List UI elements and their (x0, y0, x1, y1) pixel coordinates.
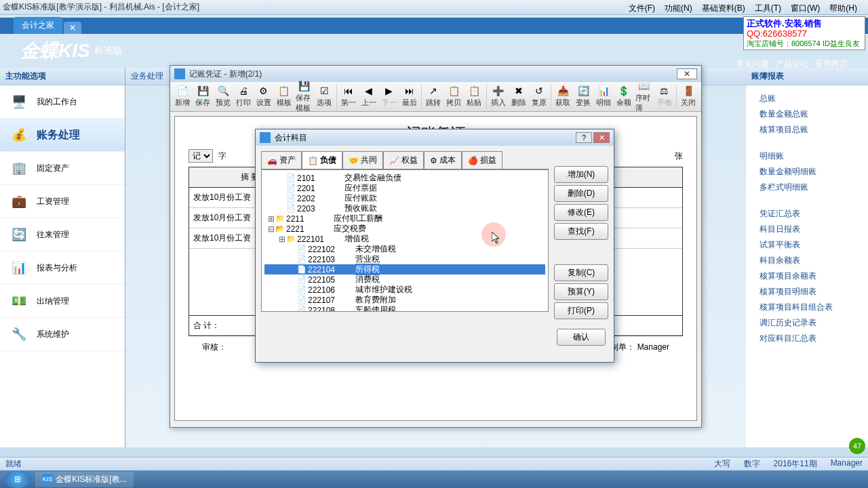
dlg-button[interactable]: 查找(F) (554, 223, 608, 240)
report-link[interactable]: 科目余额表 (760, 253, 854, 268)
toolbar-插入[interactable]: ➕插入 (489, 84, 509, 109)
tree-node[interactable]: ⊞📁222101增值税 (264, 234, 545, 244)
tree-node[interactable]: 📄2101交易性金融负债 (264, 173, 545, 183)
report-link[interactable]: 数量金额总账 (760, 106, 854, 122)
tree-node[interactable]: 📄2202应付账款 (264, 193, 545, 203)
menu-item[interactable]: 工具(T) (751, 1, 785, 16)
report-link[interactable]: 明细账 (760, 148, 854, 164)
tab-add[interactable]: ✕ (64, 22, 81, 34)
toolbar-关闭[interactable]: 🚪关闭 (679, 84, 698, 109)
toolbar-第一[interactable]: ⏮第一 (339, 84, 359, 109)
menu-item[interactable]: 功能(N) (660, 1, 696, 16)
nav-item[interactable]: 💼工资管理 (0, 185, 125, 218)
tree-node[interactable]: 📄222105消费税 (264, 274, 545, 285)
toolbar-预览[interactable]: 🔍预览 (214, 84, 233, 109)
dlg-button[interactable]: 删除(D) (554, 185, 608, 202)
toolbar-明细[interactable]: 📊明细 (594, 84, 614, 109)
toolbar-打印[interactable]: 🖨打印 (234, 84, 254, 109)
report-link[interactable]: 试算平衡表 (760, 237, 854, 253)
nav-item[interactable]: 🖥️我的工作台 (0, 85, 125, 119)
brand-link[interactable]: 产品论坛 (776, 59, 808, 68)
category-tab[interactable]: 🤝共同 (342, 151, 383, 169)
tree-node[interactable]: ⊟📂2221应交税费 (264, 224, 545, 234)
dialog-titlebar[interactable]: 会计科目 ? ✕ (256, 129, 614, 146)
report-link[interactable]: 对应科目汇总表 (760, 331, 854, 346)
category-tab[interactable]: 🍎损益 (462, 151, 502, 169)
tree-node[interactable]: 📄222103营业税 (264, 254, 545, 264)
expand-icon[interactable]: ⊞ (278, 235, 286, 244)
toolbar-序时薄[interactable]: 📖序时薄 (634, 79, 654, 115)
voucher-titlebar[interactable]: 记账凭证 - 新增(2/1) ✕ (170, 66, 701, 82)
category-tab[interactable]: 📈权益 (383, 151, 424, 169)
report-link[interactable]: 核算项目明细表 (760, 284, 854, 300)
tab-home[interactable]: 会计之家 (14, 17, 62, 34)
toolbar-下一[interactable]: ▶下一 (379, 84, 399, 109)
category-tab[interactable]: 🚗资产 (261, 151, 302, 169)
dlg-button[interactable]: 修改(E) (554, 204, 608, 221)
taskbar[interactable]: ⊞ KIS 金蝶KIS标准版[教... (0, 470, 868, 488)
toolbar-变换[interactable]: 🔄变换 (574, 84, 593, 109)
tree-node[interactable]: 📄222107教育费附加 (264, 295, 545, 305)
menu-item[interactable]: 基础资料(B) (698, 1, 749, 16)
toolbar-新增[interactable]: 📄新增 (173, 84, 193, 109)
brand-link[interactable]: 应用商店 (815, 59, 848, 68)
nav-item[interactable]: 🔧系统维护 (0, 318, 125, 351)
toolbar-上一[interactable]: ◀上一 (359, 84, 379, 109)
tree-node[interactable]: 📄222108车船使用税 (264, 305, 545, 312)
tree-node[interactable]: 📄2201应付票据 (264, 183, 545, 193)
toolbar-拷贝[interactable]: 📋拷贝 (444, 84, 464, 109)
start-button[interactable]: ⊞ (4, 470, 31, 488)
nav-item[interactable]: 📊报表与分析 (0, 251, 125, 285)
dlg-button[interactable]: 增加(N) (554, 166, 608, 183)
badge[interactable]: 47 (849, 438, 865, 454)
toolbar-保存模板[interactable]: 💾保存模板 (294, 79, 314, 115)
toolbar-最后[interactable]: ⏭最后 (399, 84, 419, 109)
expand-icon[interactable]: ⊟ (267, 224, 275, 234)
report-link[interactable]: 多栏式明细账 (760, 180, 854, 195)
tree-node[interactable]: 📄2203预收账款 (264, 203, 545, 214)
category-tab[interactable]: 📋负债 (302, 151, 342, 169)
dialog-close-button[interactable]: ✕ (593, 132, 610, 143)
taskbar-app[interactable]: KIS 金蝶KIS标准版[教... (35, 472, 134, 487)
nav-item[interactable]: 💵出纳管理 (0, 285, 125, 318)
tree-node[interactable]: 📄222102未交增值税 (264, 244, 545, 254)
nav-item[interactable]: 💰账务处理 (0, 119, 125, 152)
report-link[interactable]: 调汇历史记录表 (760, 315, 854, 331)
account-tree[interactable]: 📄2101交易性金融负债📄2201应付票据📄2202应付账款📄2203预收账款⊞… (261, 169, 549, 312)
expand-icon[interactable]: ⊞ (267, 214, 275, 224)
report-link[interactable]: 核算项目总账 (760, 122, 854, 138)
report-link[interactable]: 凭证汇总表 (760, 206, 854, 222)
toolbar-模板[interactable]: 📋模板 (274, 84, 294, 109)
toolbar-余额[interactable]: 💲余额 (614, 84, 634, 109)
voucher-close-button[interactable]: ✕ (677, 68, 697, 79)
dlg-button[interactable]: 复制(C) (554, 264, 608, 281)
toolbar-复原[interactable]: ↺复原 (529, 84, 549, 109)
menu-item[interactable]: 帮助(H) (825, 1, 861, 16)
dlg-button[interactable]: 打印(P) (554, 302, 608, 319)
report-link[interactable]: 总账 (760, 91, 854, 106)
report-link[interactable]: 科目日报表 (760, 222, 854, 237)
report-link[interactable]: 核算项目余额表 (760, 268, 854, 284)
nav-item[interactable]: 🏢固定资产 (0, 152, 125, 185)
toolbar-平衡[interactable]: ⚖平衡 (654, 84, 674, 109)
report-link[interactable]: 数量金额明细账 (760, 164, 854, 180)
toolbar-粘贴[interactable]: 📋粘贴 (465, 84, 484, 109)
tree-node[interactable]: 📄222104所得税 (264, 264, 545, 274)
toolbar-跳转[interactable]: ↗跳转 (424, 84, 443, 109)
tree-node[interactable]: 📄222106城市维护建设税 (264, 285, 545, 295)
voucher-type-select[interactable]: 记 (189, 149, 213, 163)
menu-item[interactable]: 文件(F) (625, 1, 659, 16)
category-tab[interactable]: ⚙成本 (424, 151, 462, 169)
ok-button[interactable]: 确认 (557, 329, 606, 346)
toolbar-选项[interactable]: ☑选项 (315, 84, 334, 109)
nav-item[interactable]: 🔄往来管理 (0, 218, 125, 251)
dlg-button[interactable]: 预算(Y) (554, 283, 608, 300)
dialog-help-button[interactable]: ? (576, 132, 592, 143)
report-link[interactable]: 核算项目科目组合表 (760, 300, 854, 315)
toolbar-保存[interactable]: 💾保存 (193, 84, 213, 109)
toolbar-获取[interactable]: 📥获取 (553, 84, 573, 109)
tree-node[interactable]: ⊞📁2211应付职工薪酬 (264, 214, 545, 224)
menu-item[interactable]: 窗口(W) (787, 1, 824, 16)
brand-link[interactable]: 常见问题 (736, 59, 769, 68)
toolbar-删除[interactable]: ✖删除 (509, 84, 528, 109)
